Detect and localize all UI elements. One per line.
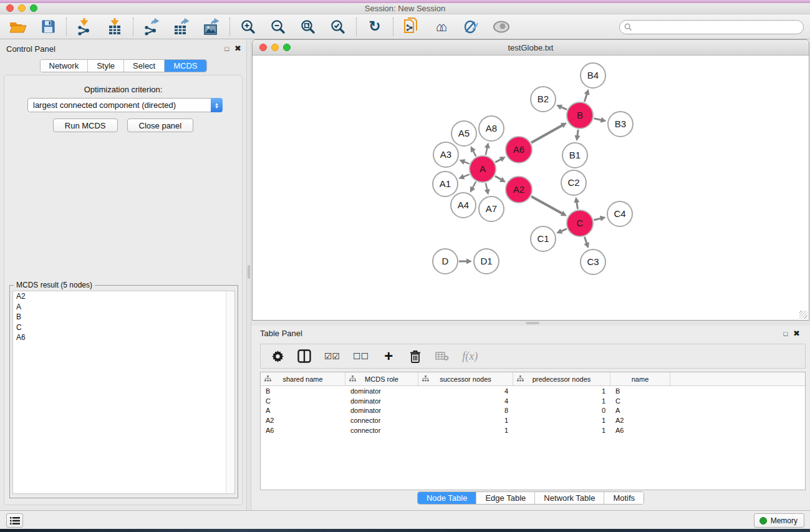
graph-node-A7[interactable]: A7 [479, 196, 504, 221]
graph-node-D[interactable]: D [433, 249, 458, 274]
graph-edge[interactable] [470, 181, 476, 192]
column-header[interactable]: name [610, 372, 670, 385]
show-graphics-details-icon[interactable] [462, 17, 481, 36]
tab-style[interactable]: Style [88, 60, 124, 72]
table-row[interactable]: Adominator80A [261, 406, 805, 416]
table-cell[interactable]: 4 [418, 396, 513, 406]
table-row[interactable]: Cdominator41C [261, 396, 805, 406]
graph-edge[interactable] [584, 237, 589, 248]
deselect-all-checkboxes-icon[interactable]: ☐☐ [353, 348, 369, 364]
tab-select[interactable]: Select [124, 60, 165, 72]
graph-edge[interactable] [531, 123, 567, 143]
resize-grip-icon[interactable] [799, 311, 808, 319]
table-cell[interactable]: C [261, 396, 345, 406]
graph-node-B2[interactable]: B2 [531, 87, 556, 112]
refresh-view-icon[interactable]: ↻ [365, 17, 384, 36]
graph-node-C[interactable]: C [567, 210, 593, 236]
graph-node-A5[interactable]: A5 [451, 121, 476, 146]
table-cell[interactable]: 1 [513, 396, 610, 406]
scrollbar-track[interactable] [226, 291, 234, 493]
horizontal-splitter[interactable] [251, 321, 810, 326]
mcds-result-item[interactable]: C [13, 322, 234, 333]
graph-edge[interactable] [556, 228, 567, 233]
network-graph-canvas[interactable]: B4B2BB3A5A8A6B1A3AC2A1A2A4A7C4CC1C3DD1 [253, 56, 808, 320]
table-cell[interactable]: 0 [513, 406, 610, 416]
zoom-selected-icon[interactable] [329, 17, 347, 36]
tab-mcds[interactable]: MCDS [165, 60, 206, 72]
export-image-icon[interactable] [202, 17, 221, 36]
column-header[interactable]: MCDS role [345, 372, 418, 385]
graph-edge[interactable] [485, 183, 490, 195]
close-panel-button[interactable]: Close panel [127, 118, 194, 132]
graph-edge[interactable] [458, 174, 469, 180]
column-settings-gear-icon[interactable] [271, 348, 284, 364]
table-cell[interactable]: 8 [418, 406, 513, 416]
table-cell[interactable]: B [261, 386, 345, 396]
float-panel-icon[interactable]: □ [224, 44, 229, 53]
table-cell[interactable]: B [610, 386, 670, 396]
graph-node-C2[interactable]: C2 [561, 170, 586, 195]
zoom-in-icon[interactable] [239, 17, 258, 36]
table-row[interactable]: Bdominator41B [261, 386, 805, 396]
graph-edge[interactable] [574, 130, 580, 141]
optimization-criterion-select[interactable]: largest connected component (directed) ▲… [27, 98, 223, 112]
graph-node-B[interactable]: B [567, 102, 593, 128]
add-column-icon[interactable]: + [382, 348, 395, 364]
tab-node-table[interactable]: Node Table [418, 492, 477, 504]
graph-edge[interactable] [459, 258, 472, 264]
graph-edge[interactable] [495, 176, 506, 182]
mcds-result-item[interactable]: B [13, 312, 234, 322]
graph-node-A4[interactable]: A4 [451, 193, 476, 218]
graph-node-A[interactable]: A [470, 156, 496, 182]
graph-node-A8[interactable]: A8 [479, 116, 504, 141]
table-cell[interactable]: C [610, 396, 670, 406]
delete-columns-icon[interactable] [408, 348, 422, 364]
mcds-result-item[interactable]: A6 [13, 332, 234, 343]
close-panel-icon[interactable]: ✖ [793, 329, 800, 338]
mcds-result-item[interactable]: A2 [13, 291, 234, 302]
graph-node-D1[interactable]: D1 [474, 249, 499, 274]
graph-node-B4[interactable]: B4 [581, 63, 605, 88]
table-cell[interactable]: connector [345, 425, 418, 435]
birdseye-view-icon[interactable] [492, 17, 511, 36]
zoom-out-icon[interactable] [269, 17, 287, 36]
graph-node-C1[interactable]: C1 [531, 226, 556, 251]
select-all-checkboxes-icon[interactable]: ☑☑ [324, 348, 340, 364]
table-cell[interactable]: A [610, 406, 670, 416]
close-panel-icon[interactable]: ✖ [234, 44, 241, 53]
home-icon[interactable]: ⌂⌂ [432, 17, 451, 36]
save-session-icon[interactable] [39, 17, 57, 36]
column-header[interactable]: successor nodes [418, 372, 513, 385]
open-file-icon[interactable] [9, 17, 27, 36]
import-network-icon[interactable] [75, 17, 94, 36]
table-cell[interactable]: A6 [610, 425, 670, 435]
export-network-icon[interactable] [142, 17, 161, 36]
graph-edge[interactable] [459, 159, 469, 165]
table-row[interactable]: A6connector11A6 [261, 425, 805, 435]
export-table-icon[interactable] [172, 17, 191, 36]
tab-edge-table[interactable]: Edge Table [476, 492, 535, 504]
graph-edge[interactable] [471, 146, 476, 156]
vertical-splitter[interactable] [246, 39, 251, 510]
memory-button[interactable]: Memory [754, 513, 804, 528]
graph-node-A6[interactable]: A6 [506, 137, 532, 163]
graph-edge[interactable] [485, 142, 490, 155]
import-table-icon[interactable] [105, 17, 124, 36]
graph-node-C4[interactable]: C4 [607, 201, 632, 226]
graph-edge[interactable] [495, 157, 506, 162]
table-row[interactable]: A2connector11A2 [261, 415, 805, 425]
graph-node-B3[interactable]: B3 [608, 112, 633, 137]
tab-motifs[interactable]: Motifs [604, 492, 644, 504]
graph-edge[interactable] [594, 117, 606, 123]
splitter-grip[interactable] [248, 265, 250, 279]
table-cell[interactable]: 1 [513, 415, 610, 425]
table-cell[interactable]: A6 [261, 425, 345, 435]
graph-edge[interactable] [574, 197, 579, 210]
table-cell[interactable]: dominator [345, 406, 418, 416]
clone-network-icon[interactable] [402, 17, 421, 36]
table-cell[interactable]: A2 [610, 415, 670, 425]
table-cell[interactable]: 1 [418, 425, 513, 435]
table-cell[interactable]: 1 [513, 425, 610, 435]
float-panel-icon[interactable]: □ [783, 329, 788, 338]
table-cell[interactable]: 1 [513, 386, 610, 396]
